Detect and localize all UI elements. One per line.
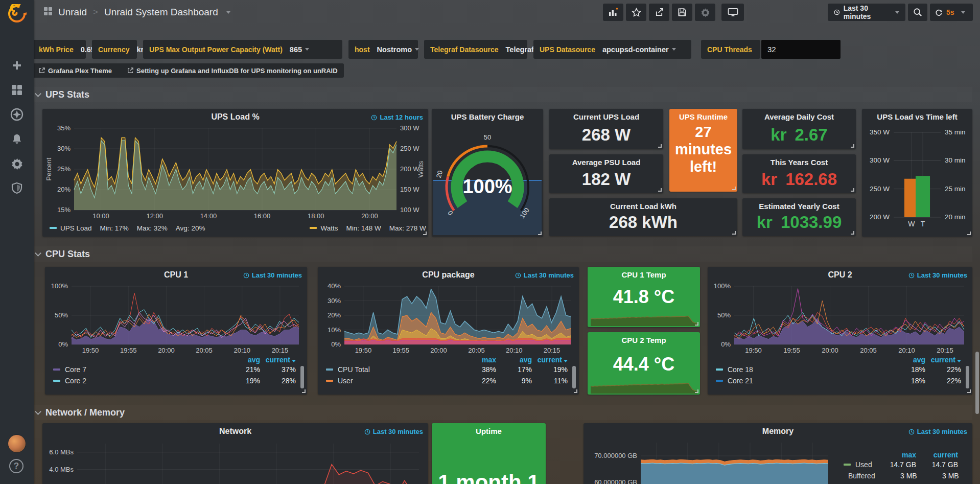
add-panel-button[interactable] (603, 4, 623, 21)
panel-time-override[interactable]: Last 30 minutes (908, 428, 967, 435)
panel-resize-handle[interactable] (695, 322, 698, 326)
panel-resize-handle[interactable] (574, 389, 577, 393)
legend-scrollbar[interactable] (966, 366, 969, 388)
breadcrumb-dashboard-title[interactable]: Unraid System Dashboard (104, 7, 218, 18)
panel-time-override[interactable]: Last 30 minutes (515, 271, 574, 279)
dashboards-icon[interactable] (0, 80, 34, 100)
legend-series-marker[interactable] (844, 464, 851, 466)
legend-column-header[interactable]: max (874, 451, 916, 459)
legend-series-marker[interactable] (326, 380, 333, 382)
panel-resize-handle[interactable] (302, 389, 306, 393)
row-header-network-memory[interactable]: Network / Memory (33, 405, 972, 420)
panel-title[interactable]: CPU 1 Temp (588, 270, 700, 279)
panel-time-override[interactable]: Last 30 minutes (364, 428, 423, 435)
panel-resize-handle[interactable] (967, 389, 971, 393)
panel-title[interactable]: Average Daily Cost (742, 112, 856, 121)
legend-column-header[interactable]: avg (890, 356, 925, 364)
legend-column-header[interactable]: avg (496, 356, 532, 364)
legend-series-marker[interactable] (310, 227, 317, 229)
cpu2-graph[interactable]: 0%50%100%19:5019:5520:0020:0520:1020:15 (710, 282, 970, 356)
template-variable-cpu-threads[interactable]: CPU Threads (701, 40, 760, 59)
server-admin-shield-icon[interactable] (0, 178, 34, 198)
legend-series-name[interactable]: Core 18 (728, 365, 753, 374)
legend-series-name[interactable]: Core 7 (65, 365, 86, 374)
save-dashboard-button[interactable] (672, 4, 692, 21)
panel-resize-handle[interactable] (423, 232, 427, 235)
variable-input[interactable] (761, 40, 841, 59)
star-dashboard-button[interactable] (626, 4, 646, 21)
cpu-package-graph[interactable]: 0%10%20%30%40%19:5019:5520:0020:0520:102… (320, 282, 577, 356)
battery-gauge[interactable]: 02050100100% (432, 127, 543, 233)
help-icon[interactable]: ? (9, 459, 24, 473)
legend-scrollbar[interactable] (300, 366, 304, 388)
template-variable-ups-max-output-power-capacity-watt-[interactable]: UPS Max Output Power Capacity (Watt)865 (143, 40, 342, 59)
panel-title[interactable]: Average PSU Load (549, 158, 663, 167)
panel-resize-handle[interactable] (732, 231, 736, 235)
legend-series-name[interactable]: Watts (320, 224, 338, 232)
legend-scrollbar[interactable] (572, 366, 576, 388)
time-range-picker[interactable]: Last 30 minutes (828, 4, 905, 21)
row-header-cpu-stats[interactable]: CPU Stats (33, 246, 972, 262)
legend-series-name[interactable]: User (338, 377, 353, 385)
variable-value[interactable]: apcupsd-container (602, 45, 669, 54)
legend-series-name[interactable]: Core 21 (728, 377, 753, 385)
panel-time-override[interactable]: Last 30 minutes (908, 271, 967, 279)
template-variable-telegraf-datasource[interactable]: Telegraf DatasourceTelegraf (424, 40, 527, 59)
page-scrollbar-thumb[interactable] (975, 352, 979, 414)
legend-series-name[interactable]: Core 2 (65, 377, 86, 385)
legend-series-name[interactable]: Used (855, 460, 872, 469)
cpu1-graph[interactable]: 0%50%100%19:5019:5520:0020:0520:1020:15 (47, 282, 305, 356)
panel-resize-handle[interactable] (851, 231, 854, 235)
share-dashboard-button[interactable] (649, 4, 669, 21)
dashboard-settings-button[interactable] (695, 4, 715, 21)
legend-column-header[interactable]: current (925, 356, 961, 364)
ups-load-graph[interactable]: 15%20%25%30%35%100 W150 W200 W250 W300 W… (44, 124, 426, 221)
panel-resize-handle[interactable] (851, 144, 854, 148)
legend-series-name[interactable]: UPS Load (60, 224, 92, 232)
configuration-gear-icon[interactable] (0, 153, 34, 174)
panel-resize-handle[interactable] (851, 188, 854, 192)
legend-series-marker[interactable] (53, 368, 60, 371)
panel-title[interactable]: CPU 2 Temp (588, 336, 700, 344)
legend-column-header[interactable]: avg (224, 356, 260, 364)
panel-resize-handle[interactable] (538, 232, 542, 235)
panel-title[interactable]: UPS Load vs Time left (862, 112, 972, 121)
legend-series-name[interactable]: CPU Total (338, 365, 370, 374)
legend-column-header[interactable]: current (532, 356, 568, 364)
panel-title[interactable]: Current Load kWh (549, 202, 737, 211)
create-icon[interactable] (0, 55, 34, 76)
template-variable-ups-datasource[interactable]: UPS Datasourceapcupsd-container (533, 40, 691, 59)
panel-time-override[interactable]: Last 30 minutes (243, 271, 302, 279)
panel-resize-handle[interactable] (658, 144, 662, 148)
explore-compass-icon[interactable] (0, 104, 34, 125)
row-header-ups-stats[interactable]: UPS Stats (33, 87, 972, 102)
variable-value[interactable]: Telegraf (506, 45, 534, 54)
panel-time-override[interactable]: Last 12 hours (371, 113, 423, 121)
alerting-bell-icon[interactable] (0, 129, 34, 149)
panel-resize-handle[interactable] (658, 188, 662, 192)
memory-graph[interactable]: 50.000000 GB60.000000 GB70.000000 GB19:5… (586, 439, 833, 484)
dashboard-link[interactable]: Grafana Plex Theme (39, 67, 112, 75)
panel-title[interactable]: Estimated Yearly Cost (742, 202, 856, 211)
panel-title[interactable]: Uptime (432, 427, 546, 435)
user-avatar[interactable] (8, 434, 26, 453)
legend-series-marker[interactable] (716, 368, 723, 371)
legend-series-marker[interactable] (53, 380, 60, 382)
grafana-logo-icon[interactable] (7, 4, 27, 24)
tv-kiosk-mode-button[interactable] (721, 4, 744, 21)
panel-resize-handle[interactable] (732, 187, 736, 190)
panel-title[interactable]: UPS Runtime (669, 112, 737, 121)
panel-title[interactable]: UPS Load % (42, 112, 428, 122)
network-graph[interactable]: 2.0 MBs4.0 MBs6.0 MBs19:5019:5520:0020:0… (44, 440, 426, 484)
dashboard-squares-icon[interactable] (43, 6, 53, 18)
legend-series-marker[interactable] (716, 380, 723, 382)
dashboard-link[interactable]: Setting up Grafana and InfluxDB for UPS … (127, 67, 338, 75)
legend-series-marker[interactable] (50, 227, 57, 229)
panel-resize-handle[interactable] (695, 389, 698, 393)
variable-value[interactable]: Nostromo (377, 45, 412, 54)
legend-column-header[interactable]: current (916, 451, 958, 459)
legend-series-name[interactable]: Buffered (848, 472, 875, 480)
template-variable-host[interactable]: hostNostromo (348, 40, 418, 59)
template-variable-kwh-price[interactable]: kWh Price0.65 (33, 40, 86, 59)
panel-title[interactable]: This Years Cost (742, 158, 856, 167)
